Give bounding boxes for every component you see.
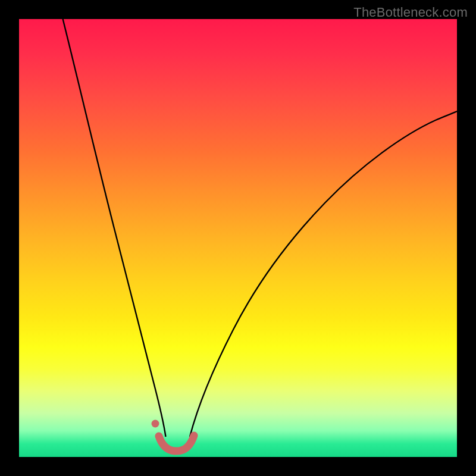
curve-right-branch [190, 111, 457, 437]
watermark-text: TheBottleneck.com [353, 5, 468, 20]
curve-layer [19, 19, 457, 457]
plot-area [19, 19, 457, 457]
bottom-marker-u [159, 436, 194, 451]
curve-left-branch [63, 19, 166, 437]
chart-frame: TheBottleneck.com [0, 0, 476, 476]
marker-dot [152, 420, 159, 428]
